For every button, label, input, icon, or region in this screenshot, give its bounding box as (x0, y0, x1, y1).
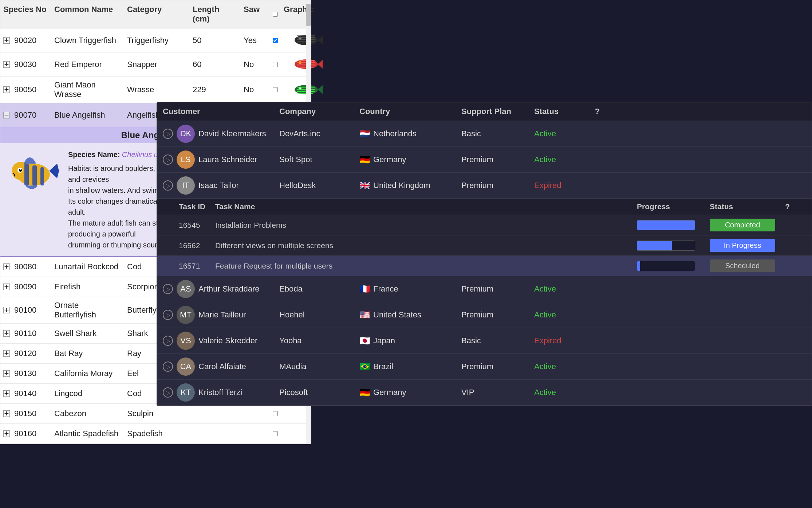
saw-checkbox-cell[interactable] (270, 85, 281, 94)
crm-customer-row[interactable]: ▷ DK David Kleermakers DevArts.inc 🇳🇱 Ne… (157, 121, 812, 147)
task-id: 16571 (179, 262, 215, 270)
expand-button[interactable]: + (3, 350, 10, 357)
saw-checkbox[interactable] (273, 37, 278, 44)
crm-customer-row[interactable]: ▷ CA Carol Alfaiate MAudia 🇧🇷 Brazil Pre… (157, 354, 812, 380)
customer-cell: ▷ MT Marie Tailleur (163, 306, 279, 324)
customer-name: Arthur Skraddare (198, 284, 260, 294)
row-expand-button[interactable]: ▷ (163, 336, 173, 346)
saw-checkbox[interactable] (273, 61, 278, 68)
category-cell: Sculpin (124, 407, 190, 420)
task-header: Task ID Task Name Progress Status ? (157, 199, 812, 215)
expand-button[interactable]: − (3, 112, 10, 118)
common-name-cell: Ornate Butterflyfish (51, 299, 124, 321)
customer-name: Marie Tailleur (198, 310, 246, 320)
saw-checkbox-cell[interactable] (270, 409, 281, 418)
saw-checkbox-cell[interactable] (270, 60, 281, 69)
expand-button[interactable]: + (3, 307, 10, 313)
table-row[interactable]: + 90030 Red Emperor Snapper 60 No (0, 52, 311, 77)
row-expand-button[interactable]: ▷ (163, 310, 173, 320)
table-row[interactable]: + 90160 Atlantic Spadefish Spadefish (0, 424, 311, 444)
customer-cell: ▷ CA Carol Alfaiate (163, 357, 279, 376)
task-col-name: Task Name (215, 202, 637, 211)
expand-button[interactable]: + (3, 330, 10, 337)
fish-detail-image (6, 149, 61, 250)
task-row[interactable]: 16562 Different views on multiple screen… (157, 235, 812, 256)
svg-rect-35 (24, 164, 29, 185)
expand-button[interactable]: + (3, 410, 10, 417)
country-flag: 🇩🇪 (359, 155, 370, 165)
crm-col-country: Country (359, 107, 461, 116)
crm-customer-row[interactable]: ▷ IT Isaac Tailor HelloDesk 🇬🇧 United Ki… (157, 173, 812, 199)
status-cell: Active (534, 129, 578, 138)
col-saw-checkbox[interactable] (270, 3, 281, 25)
row-expand-button[interactable]: ▷ (163, 129, 173, 139)
species-no-cell: + 90050 (0, 82, 51, 97)
avatar: DK (177, 125, 195, 143)
svg-marker-38 (49, 164, 59, 178)
crm-customer-row[interactable]: ▷ VS Valerie Skredder Yooha 🇯🇵 Japan Bas… (157, 328, 812, 354)
saw-checkbox[interactable] (273, 86, 278, 93)
expand-button[interactable]: + (3, 390, 10, 397)
saw-checkbox[interactable] (273, 430, 278, 437)
crm-col-plan: Support Plan (461, 107, 534, 116)
expand-button[interactable]: + (3, 37, 10, 44)
country-cell: 🇧🇷 Brazil (359, 362, 461, 372)
country-cell: 🇯🇵 Japan (359, 336, 461, 346)
svg-rect-36 (32, 165, 37, 185)
crm-customer-row[interactable]: ▷ MT Marie Tailleur Hoehel 🇺🇸 United Sta… (157, 302, 812, 328)
species-no-cell: + 90100 (0, 302, 51, 318)
task-subtable: Task ID Task Name Progress Status ? 1654… (157, 199, 812, 276)
status-cell: Expired (534, 336, 578, 345)
table-row[interactable]: + 90020 Clown Triggerfish Triggerfishy 5… (0, 28, 311, 52)
common-name-cell: Lingcod (51, 387, 124, 400)
avatar: KT (177, 383, 195, 402)
expand-button[interactable]: + (3, 370, 10, 377)
crm-customer-row[interactable]: ▷ AS Arthur Skraddare Eboda 🇫🇷 France Pr… (157, 276, 812, 302)
saw-checkbox[interactable] (273, 410, 278, 417)
common-name-cell: Clown Triggerfish (51, 34, 124, 47)
country-cell: 🇩🇪 Germany (359, 155, 461, 165)
common-name-cell: Lunartail Rockcod (51, 261, 124, 273)
crm-panel: Customer Company Country Support Plan St… (157, 102, 812, 406)
country-flag: 🇫🇷 (359, 284, 370, 294)
row-expand-button[interactable]: ▷ (163, 180, 173, 191)
header-checkbox[interactable] (273, 11, 278, 17)
svg-rect-37 (40, 167, 44, 185)
customer-cell: ▷ KT Kristoff Terzi (163, 383, 279, 402)
common-name-cell: Firefish (51, 281, 124, 293)
expand-button[interactable]: + (3, 86, 10, 93)
row-expand-button[interactable]: ▷ (163, 284, 173, 294)
fish-scrollbar-thumb[interactable] (306, 4, 311, 26)
common-name-cell: California Moray (51, 367, 124, 380)
avatar: LS (177, 151, 195, 169)
task-row[interactable]: 16545 Installation Problems Completed (157, 215, 812, 235)
row-expand-button[interactable]: ▷ (163, 362, 173, 372)
col-length: Length (cm) (190, 3, 241, 25)
svg-point-10 (299, 61, 301, 64)
status-cell: Active (534, 362, 578, 371)
category-cell: Wrasse (124, 83, 190, 96)
company-cell: Eboda (279, 284, 359, 294)
task-row[interactable]: 16571 Feature Request for multiple users… (157, 256, 812, 276)
table-row[interactable]: + 90150 Cabezon Sculpin (0, 404, 311, 424)
crm-customer-row[interactable]: ▷ LS Laura Schneider Soft Spot 🇩🇪 German… (157, 147, 812, 173)
saw-checkbox-cell[interactable] (270, 36, 281, 45)
plan-cell: Premium (461, 362, 534, 371)
expand-button[interactable]: + (3, 61, 10, 68)
table-row[interactable]: + 90050 Giant Maori Wrasse Wrasse 229 No (0, 77, 311, 103)
saw-checkbox-cell[interactable] (270, 429, 281, 438)
svg-point-18 (299, 87, 301, 90)
expand-button[interactable]: + (3, 430, 10, 437)
crm-customer-row[interactable]: ▷ KT Kristoff Terzi Picosoft 🇩🇪 Germany … (157, 380, 812, 406)
expand-button[interactable]: + (3, 284, 10, 290)
row-expand-button[interactable]: ▷ (163, 387, 173, 398)
plan-cell: Premium (461, 181, 534, 190)
crm-col-customer: Customer (163, 107, 279, 116)
expand-button[interactable]: + (3, 263, 10, 270)
row-expand-button[interactable]: ▷ (163, 155, 173, 165)
task-status-scheduled[interactable]: Scheduled (710, 259, 775, 272)
task-status-completed[interactable]: Completed (710, 219, 775, 231)
species-no-cell: − 90070 (0, 108, 51, 123)
country-name: Germany (373, 155, 406, 164)
task-status-inprogress[interactable]: In Progress (710, 239, 775, 252)
